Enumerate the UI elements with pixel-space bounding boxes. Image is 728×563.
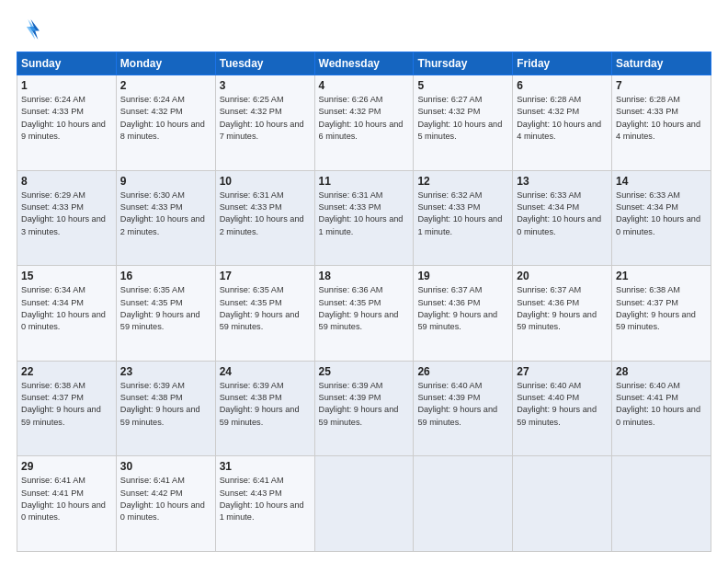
- calendar-cell: 6 Sunrise: 6:28 AMSunset: 4:32 PMDayligh…: [513, 75, 612, 171]
- calendar-cell: 3 Sunrise: 6:25 AMSunset: 4:32 PMDayligh…: [215, 75, 314, 171]
- calendar-cell: 12 Sunrise: 6:32 AMSunset: 4:33 PMDaylig…: [414, 170, 513, 266]
- day-number: 2: [120, 79, 211, 92]
- day-number: 6: [517, 79, 608, 92]
- calendar-cell: 31 Sunrise: 6:41 AMSunset: 4:43 PMDaylig…: [215, 456, 314, 552]
- calendar-cell: 15 Sunrise: 6:34 AMSunset: 4:34 PMDaylig…: [17, 266, 117, 362]
- calendar-cell: 10 Sunrise: 6:31 AMSunset: 4:33 PMDaylig…: [215, 170, 314, 266]
- day-number: 30: [120, 460, 211, 473]
- cell-content: Sunrise: 6:27 AMSunset: 4:32 PMDaylight:…: [417, 95, 502, 141]
- cell-content: Sunrise: 6:35 AMSunset: 4:35 PMDaylight:…: [220, 285, 300, 331]
- calendar-cell: 16 Sunrise: 6:35 AMSunset: 4:35 PMDaylig…: [116, 266, 215, 362]
- calendar-cell: [612, 456, 711, 552]
- day-number: 8: [21, 175, 112, 188]
- calendar-cell: 2 Sunrise: 6:24 AMSunset: 4:32 PMDayligh…: [116, 75, 215, 171]
- col-header-sunday: Sunday: [17, 52, 117, 75]
- day-number: 16: [120, 270, 211, 282]
- calendar-cell: 7 Sunrise: 6:28 AMSunset: 4:33 PMDayligh…: [612, 75, 711, 171]
- day-number: 18: [319, 270, 410, 282]
- day-number: 23: [120, 365, 211, 378]
- page: SundayMondayTuesdayWednesdayThursdayFrid…: [0, 0, 728, 563]
- cell-content: Sunrise: 6:30 AMSunset: 4:33 PMDaylight:…: [120, 190, 205, 236]
- day-number: 22: [21, 365, 112, 378]
- day-number: 29: [21, 460, 112, 473]
- calendar-cell: 29 Sunrise: 6:41 AMSunset: 4:41 PMDaylig…: [17, 456, 117, 552]
- calendar-cell: 19 Sunrise: 6:37 AMSunset: 4:36 PMDaylig…: [414, 266, 513, 362]
- cell-content: Sunrise: 6:24 AMSunset: 4:33 PMDaylight:…: [21, 95, 106, 141]
- cell-content: Sunrise: 6:25 AMSunset: 4:32 PMDaylight:…: [220, 95, 304, 141]
- col-header-saturday: Saturday: [612, 52, 711, 75]
- calendar-table: SundayMondayTuesdayWednesdayThursdayFrid…: [17, 52, 711, 552]
- calendar-header-row: SundayMondayTuesdayWednesdayThursdayFrid…: [17, 52, 711, 75]
- calendar-cell: 23 Sunrise: 6:39 AMSunset: 4:38 PMDaylig…: [116, 361, 215, 456]
- calendar-week-row: 1 Sunrise: 6:24 AMSunset: 4:33 PMDayligh…: [17, 75, 711, 171]
- day-number: 10: [220, 175, 311, 188]
- cell-content: Sunrise: 6:39 AMSunset: 4:38 PMDaylight:…: [220, 381, 300, 427]
- day-number: 28: [616, 365, 707, 378]
- day-number: 27: [517, 365, 608, 378]
- logo: [17, 17, 46, 42]
- calendar-cell: [314, 456, 414, 552]
- cell-content: Sunrise: 6:28 AMSunset: 4:33 PMDaylight:…: [616, 95, 700, 141]
- cell-content: Sunrise: 6:32 AMSunset: 4:33 PMDaylight:…: [417, 190, 502, 236]
- cell-content: Sunrise: 6:41 AMSunset: 4:43 PMDaylight:…: [220, 476, 304, 522]
- svg-marker-1: [27, 19, 37, 40]
- cell-content: Sunrise: 6:37 AMSunset: 4:36 PMDaylight:…: [417, 285, 497, 331]
- calendar-cell: 28 Sunrise: 6:40 AMSunset: 4:41 PMDaylig…: [612, 361, 711, 456]
- calendar-cell: 22 Sunrise: 6:38 AMSunset: 4:37 PMDaylig…: [17, 361, 117, 456]
- calendar-cell: 9 Sunrise: 6:30 AMSunset: 4:33 PMDayligh…: [116, 170, 215, 266]
- day-number: 14: [616, 175, 707, 188]
- day-number: 7: [616, 79, 707, 92]
- day-number: 31: [220, 460, 311, 473]
- calendar-cell: 20 Sunrise: 6:37 AMSunset: 4:36 PMDaylig…: [513, 266, 612, 362]
- calendar-cell: 11 Sunrise: 6:31 AMSunset: 4:33 PMDaylig…: [314, 170, 414, 266]
- day-number: 13: [517, 175, 608, 188]
- col-header-tuesday: Tuesday: [215, 52, 314, 75]
- col-header-friday: Friday: [513, 52, 612, 75]
- cell-content: Sunrise: 6:40 AMSunset: 4:40 PMDaylight:…: [517, 381, 597, 427]
- col-header-monday: Monday: [116, 52, 215, 75]
- calendar-cell: 21 Sunrise: 6:38 AMSunset: 4:37 PMDaylig…: [612, 266, 711, 362]
- calendar-cell: 8 Sunrise: 6:29 AMSunset: 4:33 PMDayligh…: [17, 170, 117, 266]
- calendar-week-row: 22 Sunrise: 6:38 AMSunset: 4:37 PMDaylig…: [17, 361, 711, 456]
- calendar-cell: 13 Sunrise: 6:33 AMSunset: 4:34 PMDaylig…: [513, 170, 612, 266]
- calendar-cell: 27 Sunrise: 6:40 AMSunset: 4:40 PMDaylig…: [513, 361, 612, 456]
- cell-content: Sunrise: 6:29 AMSunset: 4:33 PMDaylight:…: [21, 190, 106, 236]
- calendar-week-row: 8 Sunrise: 6:29 AMSunset: 4:33 PMDayligh…: [17, 170, 711, 266]
- calendar-cell: [513, 456, 612, 552]
- calendar-cell: [414, 456, 513, 552]
- calendar-week-row: 29 Sunrise: 6:41 AMSunset: 4:41 PMDaylig…: [17, 456, 711, 552]
- day-number: 24: [220, 365, 311, 378]
- cell-content: Sunrise: 6:34 AMSunset: 4:34 PMDaylight:…: [21, 285, 106, 331]
- cell-content: Sunrise: 6:38 AMSunset: 4:37 PMDaylight:…: [616, 285, 696, 331]
- calendar-cell: 1 Sunrise: 6:24 AMSunset: 4:33 PMDayligh…: [17, 75, 117, 171]
- cell-content: Sunrise: 6:33 AMSunset: 4:34 PMDaylight:…: [616, 190, 700, 236]
- day-number: 4: [319, 79, 410, 92]
- day-number: 19: [417, 270, 508, 282]
- calendar-cell: 17 Sunrise: 6:35 AMSunset: 4:35 PMDaylig…: [215, 266, 314, 362]
- cell-content: Sunrise: 6:35 AMSunset: 4:35 PMDaylight:…: [120, 285, 200, 331]
- cell-content: Sunrise: 6:24 AMSunset: 4:32 PMDaylight:…: [120, 95, 205, 141]
- day-number: 12: [417, 175, 508, 188]
- cell-content: Sunrise: 6:41 AMSunset: 4:41 PMDaylight:…: [21, 476, 106, 522]
- day-number: 17: [220, 270, 311, 282]
- cell-content: Sunrise: 6:39 AMSunset: 4:39 PMDaylight:…: [319, 381, 399, 427]
- day-number: 21: [616, 270, 707, 282]
- cell-content: Sunrise: 6:37 AMSunset: 4:36 PMDaylight:…: [517, 285, 597, 331]
- col-header-thursday: Thursday: [414, 52, 513, 75]
- calendar-cell: 4 Sunrise: 6:26 AMSunset: 4:32 PMDayligh…: [314, 75, 414, 171]
- day-number: 25: [319, 365, 410, 378]
- day-number: 11: [319, 175, 410, 188]
- calendar-cell: 5 Sunrise: 6:27 AMSunset: 4:32 PMDayligh…: [414, 75, 513, 171]
- calendar-cell: 26 Sunrise: 6:40 AMSunset: 4:39 PMDaylig…: [414, 361, 513, 456]
- calendar-cell: 24 Sunrise: 6:39 AMSunset: 4:38 PMDaylig…: [215, 361, 314, 456]
- cell-content: Sunrise: 6:26 AMSunset: 4:32 PMDaylight:…: [319, 95, 404, 141]
- day-number: 26: [417, 365, 508, 378]
- cell-content: Sunrise: 6:38 AMSunset: 4:37 PMDaylight:…: [21, 381, 101, 427]
- calendar-cell: 18 Sunrise: 6:36 AMSunset: 4:35 PMDaylig…: [314, 266, 414, 362]
- header: [17, 17, 711, 42]
- cell-content: Sunrise: 6:36 AMSunset: 4:35 PMDaylight:…: [319, 285, 399, 331]
- day-number: 1: [21, 79, 112, 92]
- day-number: 5: [417, 79, 508, 92]
- col-header-wednesday: Wednesday: [314, 52, 414, 75]
- cell-content: Sunrise: 6:28 AMSunset: 4:32 PMDaylight:…: [517, 95, 601, 141]
